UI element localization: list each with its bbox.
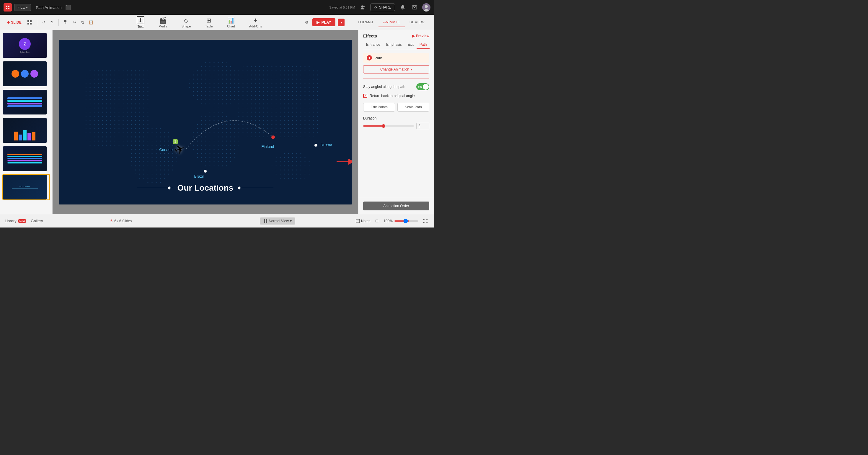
saved-status: Saved at 5:51 PM xyxy=(329,6,355,9)
notification-button[interactable] xyxy=(399,3,407,11)
scissors-button[interactable]: ✂ xyxy=(72,19,78,26)
duration-input[interactable]: 2 xyxy=(416,123,429,129)
preview-button[interactable]: ▶ Preview xyxy=(412,34,429,38)
svg-point-5 xyxy=(363,6,365,7)
file-menu-button[interactable]: FILE ▾ xyxy=(14,4,31,11)
svg-rect-29 xyxy=(266,219,267,221)
path-action-buttons: Edit Points Scale Path xyxy=(363,103,429,111)
chart-label: Chart xyxy=(227,25,235,28)
top-bar: FILE ▾ Path Animation ⬛ Saved at 5:51 PM… xyxy=(0,0,434,15)
animation-order-button[interactable]: Animation Order xyxy=(363,201,429,210)
chart-tool[interactable]: 📊 Chart xyxy=(225,15,237,29)
svg-point-24 xyxy=(314,144,317,147)
text-label: Text xyxy=(137,25,144,28)
toggle-yes-text: Yes xyxy=(418,85,423,88)
gallery-button[interactable]: Gallery xyxy=(31,219,43,223)
view-dropdown-icon: ▾ xyxy=(290,219,292,223)
slide-count: 6 / 6 Slides xyxy=(114,219,132,223)
zoom-slider[interactable] xyxy=(395,220,418,222)
return-angle-checkbox[interactable]: ✓ xyxy=(363,94,367,98)
play-button[interactable]: ▶ PLAY xyxy=(312,18,335,26)
duration-label: Duration xyxy=(363,116,429,120)
slide-thumbnail-1[interactable]: 1 Z Zyiker Inc. xyxy=(2,32,50,58)
change-animation-chevron: ▾ xyxy=(410,67,412,71)
stay-angled-row: Stay angled along the path Yes xyxy=(363,83,429,90)
tab-review[interactable]: REVIEW xyxy=(405,18,429,27)
title-line-right xyxy=(238,188,273,188)
table-tool[interactable]: ⊞ Table xyxy=(203,15,215,29)
add-slide-button[interactable]: + SLIDE xyxy=(5,19,24,26)
slide-thumbnail-5[interactable]: 5 xyxy=(2,146,50,172)
play-label: PLAY xyxy=(321,20,331,25)
share-button[interactable]: ⟳ SHARE xyxy=(371,4,395,11)
user-avatar[interactable] xyxy=(422,3,430,11)
path-number: 1 xyxy=(367,55,372,61)
mail-button[interactable] xyxy=(410,3,418,11)
shape-tool[interactable]: ◇ Shape xyxy=(179,15,193,29)
media-tool[interactable]: 🎬 Media xyxy=(156,15,170,29)
fullscreen-button[interactable] xyxy=(422,217,429,225)
addons-label: Add-Ons xyxy=(249,25,262,28)
media-label: Media xyxy=(159,25,167,28)
canada-label: Canada xyxy=(159,148,173,152)
copy-button[interactable]: ⧉ xyxy=(80,19,85,26)
effects-section: Effects ▶ Preview Entrance Emphasis Exit… xyxy=(359,30,434,133)
slide-thumbnail-6[interactable]: 6 ✈ Our Locations xyxy=(2,174,50,200)
svg-point-20 xyxy=(192,111,239,170)
app-logo xyxy=(4,3,12,11)
play-dropdown-button[interactable]: ▾ xyxy=(338,19,345,26)
file-dropdown-icon: ▾ xyxy=(26,5,28,9)
path-tab[interactable]: Path xyxy=(416,41,430,49)
text-tool[interactable]: T Text xyxy=(134,15,147,30)
exit-tab[interactable]: Exit xyxy=(405,41,416,49)
svg-rect-2 xyxy=(6,8,7,9)
stay-angled-toggle[interactable]: Yes xyxy=(416,83,429,90)
right-panel: Effects ▶ Preview Entrance Emphasis Exit… xyxy=(358,30,434,214)
svg-point-19 xyxy=(189,61,242,108)
svg-rect-3 xyxy=(8,8,9,9)
svg-point-22 xyxy=(272,152,313,182)
scale-path-button[interactable]: Scale Path xyxy=(397,103,429,111)
normal-view-button[interactable]: Normal View ▾ xyxy=(260,218,295,225)
slide-image-1: Z Zyiker Inc. xyxy=(3,33,46,58)
entrance-tab[interactable]: Entrance xyxy=(363,41,383,49)
grid-view-button[interactable] xyxy=(26,19,33,26)
svg-point-18 xyxy=(130,125,177,185)
slide-thumbnail-3[interactable]: 3 xyxy=(2,89,50,115)
change-animation-button[interactable]: Change Animation ▾ xyxy=(363,65,429,73)
svg-marker-26 xyxy=(348,159,352,165)
preview-label: Preview xyxy=(416,34,429,38)
library-button[interactable]: Library New xyxy=(5,219,26,223)
grid-options-button[interactable]: ⊟ xyxy=(374,217,380,225)
notes-button[interactable]: Notes xyxy=(356,219,370,223)
zoom-percent: 100% xyxy=(383,219,393,223)
media-icon: 🎬 xyxy=(159,17,166,24)
format-painter-button[interactable] xyxy=(62,19,70,26)
slide-image-5 xyxy=(3,147,46,171)
file-label: FILE xyxy=(18,5,25,9)
slide-image-4 xyxy=(3,118,46,143)
settings-button[interactable]: ⚙ xyxy=(304,19,310,26)
slide-thumbnail-2[interactable]: 2 xyxy=(2,61,50,87)
tab-animate[interactable]: ANIMATE xyxy=(378,18,405,27)
redo-button[interactable]: ↻ xyxy=(49,19,55,26)
collaborate-button[interactable] xyxy=(359,3,367,11)
tab-format[interactable]: FORMAT xyxy=(353,18,378,27)
emphasis-tab[interactable]: Emphasis xyxy=(383,41,405,49)
addons-tool[interactable]: ✦ Add-Ons xyxy=(247,15,264,29)
paste-button[interactable]: 📋 xyxy=(87,19,95,26)
slide-canvas[interactable]: 1 ✈ Canada Finland Russia Brazil Our Loc… xyxy=(59,40,352,204)
duration-slider[interactable] xyxy=(363,125,414,127)
text-icon: T xyxy=(137,16,144,24)
plane-element: 1 ✈ xyxy=(174,142,185,156)
bottom-mid: Normal View ▾ xyxy=(199,218,356,225)
addons-icon: ✦ xyxy=(253,17,258,24)
slide-title: Our Locations xyxy=(137,183,274,193)
path-animation-item[interactable]: 1 Path xyxy=(363,53,429,63)
edit-points-button[interactable]: Edit Points xyxy=(363,103,395,111)
slide-thumbnail-4[interactable]: 4 xyxy=(2,118,50,143)
title-line-left xyxy=(137,188,173,188)
toolbar-right: ⚙ ▶ PLAY ▾ FORMAT ANIMATE REVIEW xyxy=(304,18,429,27)
undo-button[interactable]: ↺ xyxy=(41,19,47,26)
svg-rect-15 xyxy=(66,22,66,24)
